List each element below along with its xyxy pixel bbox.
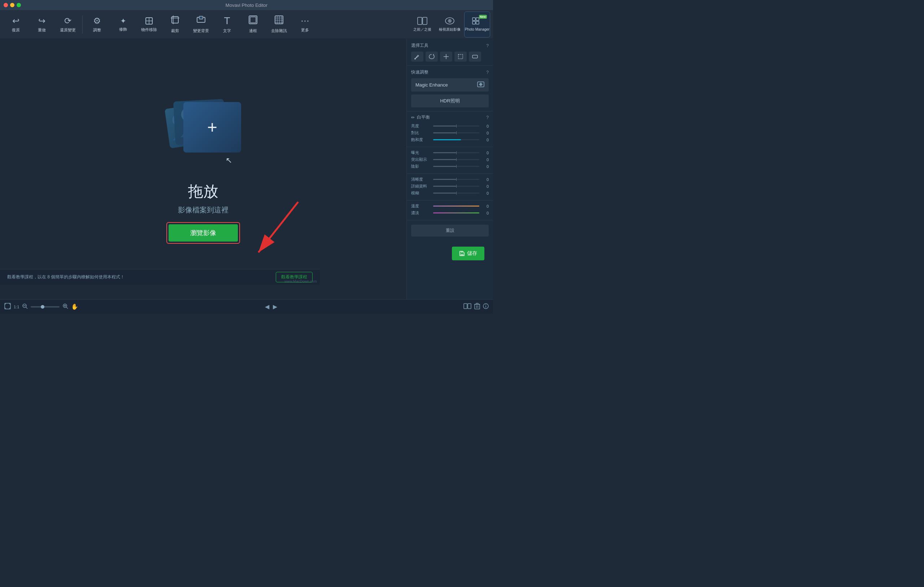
reset-section: 重設	[407, 220, 493, 241]
zoom-out-icon[interactable]	[22, 303, 28, 311]
selection-tools-header: 選擇工具 ?	[411, 43, 489, 49]
drop-text-main: 拖放	[188, 181, 218, 202]
toolbar-bg-label: 變更背景	[193, 28, 209, 33]
next-icon[interactable]: ▶	[273, 303, 277, 310]
brightness-fill	[433, 125, 456, 127]
svg-line-32	[258, 202, 298, 252]
browse-button[interactable]: 瀏覽影像	[168, 224, 238, 242]
undo-icon: ↩	[12, 16, 20, 26]
toolbar-view-original[interactable]: 檢視原始影像	[437, 12, 463, 38]
svg-point-33	[414, 58, 416, 59]
svg-rect-25	[476, 21, 479, 24]
maximize-button[interactable]	[16, 3, 21, 7]
saturation-track[interactable]	[433, 139, 479, 140]
saturation-label: 飽和度	[411, 137, 431, 142]
save-icon	[459, 251, 465, 257]
magic-enhance-button[interactable]: Magic Enhance	[411, 78, 489, 92]
toolbar-crop[interactable]: 裁剪	[162, 12, 188, 38]
toolbar-before-after[interactable]: 之前／之後	[409, 12, 435, 38]
toolbar-denoise[interactable]: 去除雜訊	[266, 12, 292, 38]
highlights-slider-row: 突出顯示 0	[411, 157, 489, 162]
zoom-in-icon[interactable]	[63, 303, 68, 311]
highlights-track[interactable]	[433, 159, 479, 160]
tint-track[interactable]	[433, 212, 479, 214]
toolbar-right: 之前／之後 檢視原始影像 New Photo Manager	[409, 12, 490, 38]
canvas-area: + ↖ 拖放 影像檔案到這裡 瀏覽影像 觀看教學課程，以在 8 個簡單的步驟內瞭…	[0, 39, 406, 299]
clarity-track[interactable]	[433, 179, 479, 180]
highlights-value: 0	[482, 158, 489, 162]
tutorial-text: 觀看教學課程，以在 8 個簡單的步驟內瞭解如何使用本程式！	[7, 274, 271, 280]
watermark: www.MacDown.com	[284, 280, 317, 283]
shadows-track[interactable]	[433, 166, 479, 167]
toolbar-photo-manager[interactable]: New Photo Manager	[464, 12, 490, 38]
toolbar-text[interactable]: T 文字	[214, 12, 240, 38]
hdr-button[interactable]: HDR照明	[411, 94, 489, 107]
toolbar-adjust[interactable]: ⚙ 調整	[84, 12, 110, 38]
detail-section: 清晰度 0 詳細資料 0 模糊	[407, 174, 493, 201]
rect-select-tool[interactable]	[454, 51, 467, 62]
text-icon: T	[224, 15, 230, 27]
toolbar-restore[interactable]: ⟳ 還原變更	[55, 12, 81, 38]
zoom-slider[interactable]	[31, 306, 59, 307]
lasso-tool[interactable]	[426, 51, 438, 62]
compare-icon[interactable]	[464, 303, 471, 311]
tint-slider-row: 濃淡 0	[411, 210, 489, 215]
blur-fill	[433, 192, 456, 194]
white-balance-help[interactable]: ?	[486, 115, 489, 120]
toolbar-redo[interactable]: ↪ 重做	[29, 12, 55, 38]
contrast-track[interactable]	[433, 132, 479, 133]
shadows-center	[456, 165, 457, 168]
shadows-slider-row: 陰影 0	[411, 164, 489, 169]
toolbar-frame[interactable]: 邊框	[240, 12, 266, 38]
adjust-icon: ⚙	[93, 16, 101, 26]
close-button[interactable]	[3, 3, 8, 7]
shadows-value: 0	[482, 164, 489, 169]
prev-icon[interactable]: ◀	[265, 303, 269, 310]
pan-icon[interactable]: ✋	[71, 303, 78, 310]
eraser-tool[interactable]	[469, 51, 481, 62]
exposure-track[interactable]	[433, 152, 479, 153]
detail-track[interactable]	[433, 186, 479, 187]
svg-rect-22	[472, 18, 475, 21]
toolbar-bg[interactable]: 變更背景	[188, 12, 214, 38]
toolbar-retouch[interactable]: ✦ 修飾	[110, 12, 136, 38]
reset-button[interactable]: 重設	[411, 225, 489, 237]
color-section: 溫度 0 濃淡 0	[407, 201, 493, 220]
clarity-value: 0	[482, 178, 489, 182]
shadows-fill	[433, 166, 456, 167]
quick-adjust-header: 快速調整 ?	[411, 69, 489, 76]
svg-rect-57	[475, 304, 480, 309]
selection-tools-help[interactable]: ?	[486, 43, 489, 48]
zoom-1to1[interactable]: 1:1	[14, 305, 19, 309]
retouch-icon: ✦	[120, 16, 126, 25]
red-arrow-annotation	[248, 198, 305, 263]
temperature-track[interactable]	[433, 206, 479, 207]
svg-rect-10	[275, 16, 283, 24]
toolbar-undo[interactable]: ↩ 復原	[3, 12, 29, 38]
saturation-value: 0	[482, 138, 489, 142]
brightness-track[interactable]	[433, 125, 479, 127]
delete-icon[interactable]	[474, 303, 480, 311]
save-btn-wrapper: 儲存	[407, 241, 493, 266]
toolbar-redo-label: 重做	[38, 27, 46, 33]
brightness-slider-row: 亮度 0	[411, 123, 489, 129]
clarity-label: 清晰度	[411, 177, 431, 182]
blur-track[interactable]	[433, 192, 479, 194]
save-button[interactable]: 儲存	[452, 247, 484, 260]
magic-enhance-icon	[477, 82, 484, 88]
brush-tool[interactable]	[411, 51, 423, 62]
pin-tool[interactable]	[440, 51, 452, 62]
toolbar-more[interactable]: ⋯ 更多	[292, 12, 318, 38]
frame-icon	[248, 15, 258, 27]
toolbar: ↩ 復原 ↪ 重做 ⟳ 還原變更 ⚙ 調整 ✦ 修飾 物件移除 裁剪 變更背景 …	[0, 10, 493, 39]
quick-adjust-help[interactable]: ?	[486, 70, 489, 75]
info-icon[interactable]	[483, 303, 489, 311]
svg-rect-17	[417, 17, 422, 25]
svg-rect-37	[459, 54, 463, 59]
toolbar-erase[interactable]: 物件移除	[136, 12, 162, 38]
minimize-button[interactable]	[10, 3, 15, 7]
tint-value: 0	[482, 211, 489, 215]
exposure-value: 0	[482, 151, 489, 155]
fit-icon[interactable]	[4, 303, 11, 311]
svg-rect-42	[461, 251, 463, 253]
